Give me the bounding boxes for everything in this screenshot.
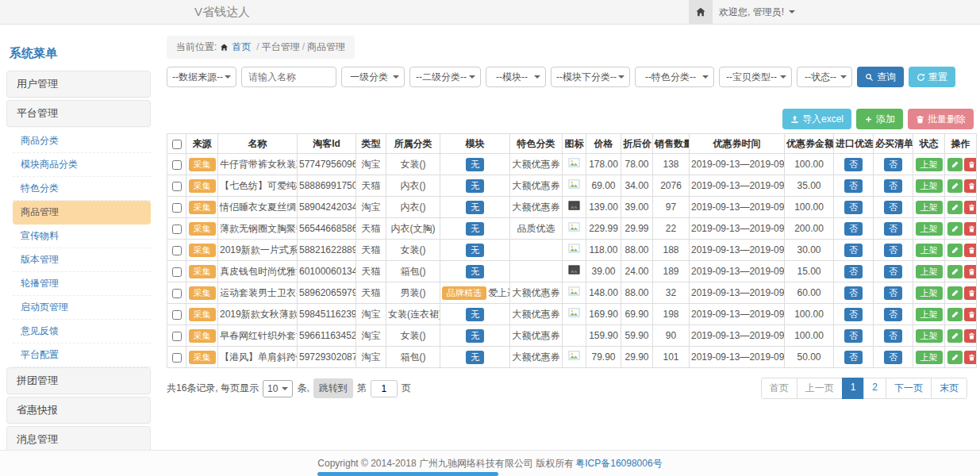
must-buy-toggle[interactable]: 否	[884, 179, 902, 193]
must-buy-toggle[interactable]: 否	[884, 201, 902, 214]
status-toggle[interactable]: 上架	[916, 286, 943, 300]
edit-button[interactable]	[947, 308, 963, 321]
sidebar-item-4[interactable]: 模块商品分类	[13, 153, 151, 177]
page-button-4[interactable]: 2	[863, 378, 886, 399]
sidebar-item-10[interactable]: 启动页管理	[13, 296, 151, 320]
delete-button[interactable]	[964, 179, 977, 193]
status-toggle[interactable]: 上架	[916, 244, 943, 257]
filter-select-7[interactable]: --宝贝类型--	[719, 67, 792, 87]
breadcrumb-home-link[interactable]: 首页	[232, 40, 251, 54]
status-toggle[interactable]: 上架	[916, 158, 943, 171]
sidebar-item-5[interactable]: 特色分类	[13, 177, 151, 201]
delete-button[interactable]	[964, 351, 977, 364]
must-buy-toggle[interactable]: 否	[884, 329, 902, 343]
import-select-toggle[interactable]: 否	[844, 351, 863, 364]
edit-button[interactable]	[947, 222, 963, 236]
sidebar-item-6[interactable]: 商品管理	[13, 201, 151, 225]
status-toggle[interactable]: 上架	[916, 179, 943, 193]
status-toggle[interactable]: 上架	[916, 351, 943, 364]
edit-button[interactable]	[947, 351, 963, 364]
must-buy-toggle[interactable]: 否	[884, 222, 902, 236]
add-button[interactable]: 添加	[856, 109, 903, 129]
sidebar-item-1[interactable]: 用户管理	[6, 71, 151, 98]
row-checkbox[interactable]	[172, 353, 182, 363]
sidebar-item-7[interactable]: 宣传物料	[13, 225, 151, 248]
import-select-toggle[interactable]: 否	[844, 244, 863, 257]
edit-button[interactable]	[947, 158, 963, 171]
import-excel-button[interactable]: 导入excel	[782, 109, 851, 129]
sidebar-item-9[interactable]: 轮播管理	[13, 272, 151, 296]
must-buy-toggle[interactable]: 否	[884, 244, 902, 257]
sidebar-item-14[interactable]: 省惠快报	[6, 397, 151, 424]
must-buy-toggle[interactable]: 否	[884, 351, 902, 364]
page-button-1[interactable]: 首页	[761, 378, 797, 399]
sidebar-item-2[interactable]: 平台管理	[6, 100, 151, 127]
user-menu[interactable]: 欢迎您, 管理员!	[719, 0, 795, 24]
name-search-input[interactable]	[241, 67, 336, 87]
delete-button[interactable]	[964, 201, 977, 214]
status-toggle[interactable]: 上架	[916, 201, 943, 214]
bottom-scrollbar[interactable]	[317, 472, 498, 476]
status-toggle[interactable]: 上架	[916, 222, 943, 236]
home-button[interactable]	[689, 0, 713, 24]
delete-button[interactable]	[964, 329, 977, 343]
import-select-toggle[interactable]: 否	[844, 158, 863, 171]
sidebar-item-12[interactable]: 平台配置	[13, 344, 151, 367]
row-checkbox[interactable]	[172, 182, 182, 191]
must-buy-toggle[interactable]: 否	[884, 158, 902, 171]
sidebar-item-15[interactable]: 消息管理	[6, 426, 151, 453]
per-page-select[interactable]: 10	[263, 380, 293, 397]
status-toggle[interactable]: 上架	[916, 308, 943, 321]
page-button-3[interactable]: 1	[842, 378, 865, 399]
status-toggle[interactable]: 上架	[916, 329, 943, 343]
row-checkbox[interactable]	[172, 267, 182, 277]
sidebar-item-13[interactable]: 拼团管理	[6, 367, 151, 394]
page-button-6[interactable]: 末页	[931, 378, 967, 399]
delete-button[interactable]	[964, 158, 977, 171]
import-select-toggle[interactable]: 否	[844, 265, 863, 278]
import-select-toggle[interactable]: 否	[844, 222, 863, 236]
import-select-toggle[interactable]: 否	[844, 308, 863, 321]
row-checkbox[interactable]	[172, 225, 182, 234]
page-input[interactable]	[371, 380, 398, 397]
import-select-toggle[interactable]: 否	[844, 286, 863, 300]
must-buy-toggle[interactable]: 否	[884, 308, 902, 321]
jump-button[interactable]: 跳转到	[313, 378, 353, 398]
edit-button[interactable]	[947, 329, 963, 343]
edit-button[interactable]	[947, 244, 963, 257]
filter-select-6[interactable]: --特色分类--	[635, 67, 714, 87]
edit-button[interactable]	[947, 286, 963, 300]
import-select-toggle[interactable]: 否	[844, 329, 863, 343]
must-buy-toggle[interactable]: 否	[884, 265, 902, 278]
filter-select-8[interactable]: --状态--	[797, 67, 852, 87]
row-checkbox[interactable]	[172, 203, 182, 213]
row-checkbox[interactable]	[172, 332, 182, 341]
row-checkbox[interactable]	[172, 289, 182, 298]
delete-button[interactable]	[964, 286, 977, 300]
batch-delete-button[interactable]: 批量删除	[908, 109, 974, 129]
delete-button[interactable]	[964, 244, 977, 257]
edit-button[interactable]	[947, 265, 963, 278]
edit-button[interactable]	[947, 179, 963, 193]
row-checkbox[interactable]	[172, 310, 182, 320]
page-button-5[interactable]: 下一页	[886, 378, 932, 399]
row-checkbox[interactable]	[172, 246, 182, 255]
filter-select-1[interactable]: --数据来源--	[167, 67, 236, 87]
sidebar-item-3[interactable]: 商品分类	[13, 129, 151, 153]
filter-select-5[interactable]: --模块下分类--	[551, 67, 630, 87]
edit-button[interactable]	[947, 201, 963, 214]
status-toggle[interactable]: 上架	[916, 265, 943, 278]
filter-select-2[interactable]: 一级分类	[341, 67, 405, 87]
row-checkbox[interactable]	[172, 160, 182, 170]
reset-button[interactable]: 重置	[909, 67, 955, 87]
page-button-2[interactable]: 上一页	[797, 378, 843, 399]
icp-link[interactable]: 粤ICP备16098006号	[575, 457, 662, 470]
sidebar-item-11[interactable]: 意见反馈	[13, 320, 151, 344]
search-button[interactable]: 查询	[857, 67, 904, 87]
delete-button[interactable]	[964, 265, 977, 278]
must-buy-toggle[interactable]: 否	[884, 286, 902, 300]
filter-select-3[interactable]: --二级分类--	[409, 67, 481, 87]
delete-button[interactable]	[964, 222, 977, 236]
import-select-toggle[interactable]: 否	[844, 179, 863, 193]
delete-button[interactable]	[964, 308, 977, 321]
